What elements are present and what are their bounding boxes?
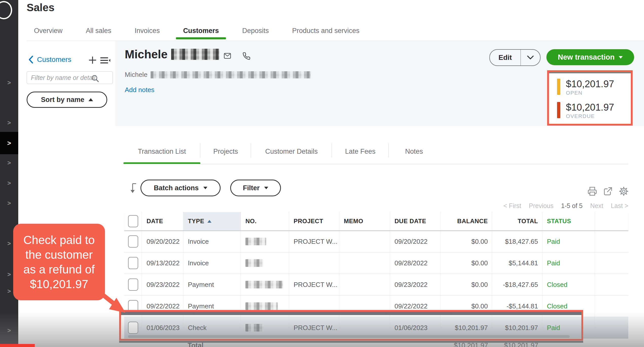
- pagination-first[interactable]: < First: [504, 202, 521, 210]
- tab-products-services[interactable]: Products and services: [292, 27, 360, 39]
- new-transaction-label: New transaction: [558, 53, 615, 61]
- tab-customers[interactable]: Customers: [183, 27, 219, 39]
- cell-project: [289, 296, 339, 317]
- dropdown-caret-icon: [264, 187, 268, 189]
- customer-first-name: Michele: [125, 47, 168, 61]
- edit-customer-button[interactable]: Edit: [489, 49, 541, 66]
- cell-total: $5,144.81: [492, 252, 542, 274]
- header-type-label: TYPE: [188, 218, 204, 225]
- cell-no: [241, 274, 289, 295]
- table-row[interactable]: 01/06/2023CheckPROJECT W...01/06/2023$10…: [124, 317, 628, 339]
- table-body: 09/20/2022InvoicePROJECT W...09/20/2022$…: [124, 231, 628, 339]
- table-row[interactable]: 09/22/2022Payment09/22/2022$0.00-$5,144.…: [124, 296, 628, 317]
- cell-date: 09/23/2022: [142, 274, 183, 295]
- open-label: OPEN: [566, 90, 614, 96]
- dropdown-caret-icon: [619, 56, 623, 59]
- batch-actions-button[interactable]: Batch actions: [140, 180, 221, 196]
- add-notes-link[interactable]: Add notes: [125, 86, 154, 94]
- header-memo[interactable]: MEMO: [339, 212, 390, 230]
- nav-expand-chevron-icon[interactable]: >: [0, 160, 18, 166]
- cell-project: PROJECT W...: [289, 231, 339, 252]
- table-row[interactable]: 09/20/2022InvoicePROJECT W...09/20/2022$…: [124, 231, 628, 252]
- cell-type: Payment: [183, 296, 241, 317]
- nav-expand-chevron-icon[interactable]: >: [0, 80, 18, 86]
- tab-deposits[interactable]: Deposits: [242, 27, 269, 39]
- row-checkbox[interactable]: [128, 235, 138, 248]
- cell-spacer: [595, 231, 628, 252]
- new-transaction-button[interactable]: New transaction: [546, 49, 634, 65]
- sort-by-name-button[interactable]: Sort by name: [27, 92, 107, 108]
- transaction-table: DATE TYPE NO. PROJECT MEMO DUE DATE BALA…: [124, 212, 628, 339]
- header-due-date[interactable]: DUE DATE: [390, 212, 440, 230]
- add-customer-icon[interactable]: [88, 56, 97, 65]
- cell-status: Paid: [542, 252, 595, 274]
- tab-all-sales[interactable]: All sales: [86, 27, 112, 39]
- cell-status: Paid: [542, 231, 595, 252]
- nav-expand-chevron-icon[interactable]: >: [0, 180, 18, 186]
- tab-invoices[interactable]: Invoices: [135, 27, 160, 39]
- back-to-customers-link[interactable]: Customers: [28, 56, 71, 64]
- customer-contact-icons: [223, 52, 251, 60]
- tab-notes[interactable]: Notes: [389, 140, 439, 163]
- pagination-previous[interactable]: Previous: [529, 202, 553, 210]
- redacted-customer-details: [151, 71, 311, 78]
- tab-late-fees[interactable]: Late Fees: [332, 140, 389, 163]
- edit-dropdown-chevron[interactable]: [521, 56, 540, 60]
- dropdown-caret-icon: [203, 187, 207, 189]
- cell-project: PROJECT W...: [289, 274, 339, 295]
- pagination-range: 1-5 of 5: [561, 202, 583, 210]
- nav-expand-chevron-icon[interactable]: >: [0, 200, 18, 206]
- header-balance[interactable]: BALANCE: [440, 212, 492, 230]
- sort-ascending-icon: [207, 220, 211, 223]
- redacted-doc-number: [245, 238, 266, 245]
- open-amount-bar: [557, 79, 560, 95]
- pagination-next[interactable]: Next: [590, 202, 603, 210]
- cell-memo: [339, 296, 390, 317]
- overdue-amount-bar: [557, 102, 560, 118]
- cell-memo: [339, 231, 390, 252]
- header-project[interactable]: PROJECT: [289, 212, 339, 230]
- cell-status: Closed: [542, 274, 595, 295]
- pagination: < First Previous 1-5 of 5 Next Last >: [504, 202, 628, 210]
- cell-type: Payment: [183, 274, 241, 295]
- nav-expand-chevron-icon[interactable]: >: [0, 132, 18, 154]
- cell-balance: $0.00: [440, 231, 492, 252]
- header-status[interactable]: STATUS: [542, 212, 595, 230]
- pagination-last[interactable]: Last >: [611, 202, 628, 210]
- recorder-circle-overlay: [0, 1, 12, 19]
- tab-customer-details[interactable]: Customer Details: [251, 140, 332, 163]
- tab-overview[interactable]: Overview: [34, 27, 63, 39]
- cell-total: $10,201.97: [492, 317, 542, 338]
- collapse-list-icon[interactable]: [100, 57, 111, 65]
- header-type[interactable]: TYPE: [183, 212, 241, 230]
- row-checkbox[interactable]: [128, 300, 138, 312]
- email-icon[interactable]: [223, 52, 232, 60]
- filter-button[interactable]: Filter: [230, 180, 281, 196]
- select-all-checkbox[interactable]: [128, 215, 138, 227]
- table-row[interactable]: 09/23/2022PaymentPROJECT W...09/23/2022$…: [124, 274, 628, 296]
- cell-date: 09/22/2022: [142, 296, 183, 317]
- export-icon[interactable]: [603, 186, 613, 196]
- print-icon[interactable]: [587, 186, 597, 196]
- nav-expand-chevron-icon[interactable]: >: [0, 120, 18, 126]
- header-no[interactable]: NO.: [241, 212, 289, 230]
- cell-due-date: 09/28/2022: [390, 252, 440, 274]
- select-all-cell: [124, 212, 142, 230]
- sort-order-icon[interactable]: [130, 182, 139, 194]
- tab-transaction-list[interactable]: Transaction List: [123, 140, 200, 163]
- row-checkbox[interactable]: [128, 279, 138, 291]
- header-date[interactable]: DATE: [142, 212, 183, 230]
- filter-customers-input[interactable]: [27, 71, 113, 84]
- cell-due-date: 09/22/2022: [390, 296, 440, 317]
- phone-icon[interactable]: [242, 52, 251, 60]
- tab-projects[interactable]: Projects: [200, 140, 251, 163]
- gear-icon[interactable]: [619, 186, 629, 196]
- redacted-doc-number: [245, 281, 283, 288]
- chevron-down-icon: [527, 56, 534, 60]
- row-checkbox[interactable]: [128, 257, 138, 269]
- row-checkbox[interactable]: [128, 322, 138, 334]
- table-row[interactable]: 09/13/2022Invoice09/28/2022$0.00$5,144.8…: [124, 252, 628, 274]
- nav-active-item[interactable]: >: [0, 132, 18, 154]
- header-total[interactable]: TOTAL: [492, 212, 542, 230]
- nav-expand-chevron-icon[interactable]: >: [0, 327, 18, 334]
